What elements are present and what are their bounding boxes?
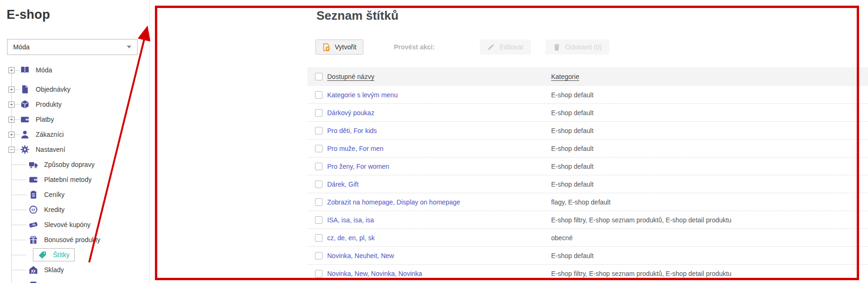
tag-name-link[interactable]: Novinka, Neuheit, New: [327, 252, 551, 259]
tag-name-link[interactable]: Pro děti, For kids: [327, 127, 551, 134]
row-checkbox[interactable]: [315, 145, 323, 152]
column-header-names[interactable]: Dostupné názvy: [327, 73, 374, 80]
sidebar-item-zp-soby-dopravy[interactable]: Způsoby dopravy: [0, 157, 149, 172]
table-row: Dárkový poukazE-shop defaultDARKOVY-POUK…: [307, 104, 868, 122]
tree-expander-icon[interactable]: −: [8, 147, 15, 153]
shop-select-dropdown[interactable]: Móda: [7, 39, 138, 55]
create-button-label: Vytvořit: [335, 43, 356, 51]
tree-expander-icon[interactable]: +: [8, 86, 15, 93]
sidebar-item-m-da[interactable]: +Móda: [0, 62, 149, 78]
row-checkbox[interactable]: [315, 91, 323, 99]
sidebar-item-label: Platební metody: [44, 176, 92, 183]
sidebar-item-cen-ky[interactable]: Ceníky: [0, 187, 149, 202]
row-checkbox[interactable]: [315, 198, 323, 206]
tag-icon: [38, 251, 46, 259]
warehouse-icon: [29, 266, 38, 274]
tree-expander-icon[interactable]: +: [8, 102, 15, 108]
sidebar-item-label: Nastavení: [36, 146, 65, 153]
column-header-category[interactable]: Kategorie: [551, 73, 579, 80]
tag-name-link[interactable]: Novinka, New, Novinka, Novinka: [327, 270, 551, 277]
sidebar-item-label: Produkty: [36, 101, 61, 108]
tag-category: E-shop default: [551, 91, 868, 99]
sidebar-item-objedn-vky[interactable]: +Objednávky: [0, 82, 149, 97]
tag-category: E-shop default: [551, 181, 868, 188]
credits-icon: cr: [29, 205, 38, 214]
sidebar-item-produkty[interactable]: +Produkty: [0, 97, 149, 112]
selected-item-box: Štítky: [33, 248, 75, 261]
sidebar-item--t-tky[interactable]: Štítky: [0, 247, 149, 262]
edit-button[interactable]: Editovat: [480, 39, 531, 55]
tag-name-link[interactable]: Dárkový poukaz: [327, 109, 551, 117]
table-row: Pro ženy, For womenE-shop defaultfor-wom…: [307, 157, 868, 175]
svg-text:cr: cr: [31, 207, 36, 212]
sidebar-item-partial[interactable]: [0, 277, 149, 283]
tag-name-link[interactable]: Dárek, Gift: [327, 181, 551, 188]
tree-expander-icon[interactable]: +: [8, 132, 15, 138]
tag-category: flagy, E-shop default: [551, 198, 868, 206]
delete-button[interactable]: Odstranit (0): [545, 39, 609, 55]
book-icon: [21, 66, 29, 74]
row-checkbox[interactable]: [315, 216, 323, 224]
create-button[interactable]: Vytvořit: [315, 39, 363, 55]
tag-category: E-shop default: [551, 163, 868, 170]
table-row: ISA, isa, isa, isaE-shop filtry, E-shop …: [307, 211, 868, 229]
sidebar-item-label: Slevové kupóny: [44, 221, 91, 228]
sidebar-item-sklady[interactable]: Sklady: [0, 262, 149, 277]
sidebar-item-kredity[interactable]: crKredity: [0, 202, 149, 217]
customers-person-icon: [21, 130, 29, 139]
row-checkbox[interactable]: [315, 270, 323, 277]
sidebar-item-bonusov-produkty[interactable]: Bonusové produkty: [0, 232, 149, 247]
row-checkbox[interactable]: [315, 181, 323, 188]
orders-document-icon: [21, 85, 29, 94]
pricelist-clipboard-icon: [29, 190, 38, 199]
table-row: Pro děti, For kidsE-shop defaultfor-kids: [307, 122, 868, 140]
sidebar-item-label: Sklady: [44, 266, 64, 274]
sidebar-item-label: Štítky: [53, 251, 69, 259]
shop-select-value: Móda: [13, 43, 30, 51]
tag-category: E-shop default: [551, 145, 868, 152]
tree-expander-icon[interactable]: +: [8, 117, 15, 123]
table-row: cz, de, en, pl, skobecnémsr: [307, 229, 868, 247]
navigation-tree: +Móda+Objednávky+Produkty+Platby+Zákazní…: [0, 62, 149, 283]
sidebar-item-label: Zákazníci: [36, 131, 64, 138]
tag-category: E-shop default: [551, 109, 868, 117]
table-body: Kategorie s levým menuE-shop defaultCATE…: [307, 86, 868, 283]
tag-category: E-shop filtry, E-shop seznam produktů, E…: [551, 270, 868, 277]
tree-expander-icon[interactable]: +: [8, 67, 15, 73]
tag-category: E-shop default: [551, 252, 868, 259]
tags-table: Dostupné názvy Kategorie Systémový název…: [307, 67, 868, 283]
table-row: Zobrazit na homepage, Display on homepag…: [307, 193, 868, 211]
row-checkbox[interactable]: [315, 127, 323, 134]
select-all-checkbox[interactable]: [315, 73, 323, 80]
row-checkbox[interactable]: [315, 252, 323, 259]
tag-name-link[interactable]: cz, de, en, pl, sk: [327, 234, 551, 242]
tag-name-link[interactable]: Zobrazit na homepage, Display on homepag…: [327, 198, 551, 206]
row-checkbox[interactable]: [315, 109, 323, 117]
tag-name-link[interactable]: Pro muže, For men: [327, 145, 551, 152]
payment-methods-wallet-icon: [29, 175, 38, 184]
tag-category: E-shop default: [551, 127, 868, 134]
tag-name-link[interactable]: Kategorie s levým menu: [327, 91, 551, 99]
sidebar-item-platby[interactable]: +Platby: [0, 112, 149, 127]
caret-down-icon: [127, 46, 131, 48]
tag-name-link[interactable]: ISA, isa, isa, isa: [327, 216, 551, 224]
table-row: Pro muže, For menE-shop defaultfor-men: [307, 140, 868, 157]
sidebar: E-shop Móda +Móda+Objednávky+Produkty+Pl…: [0, 0, 149, 283]
partial-item-icon: [29, 281, 38, 283]
tags-panel: Seznam štítků ✖ Vytvořit Provést akci: E…: [150, 0, 868, 283]
tag-name-link[interactable]: Pro ženy, For women: [327, 163, 551, 170]
sidebar-item-nastaven-[interactable]: −Nastavení: [0, 142, 149, 157]
row-checkbox[interactable]: [315, 234, 323, 242]
sidebar-item-label: Platby: [36, 116, 54, 123]
products-package-icon: [21, 100, 29, 109]
sidebar-item-slevov-kup-ny[interactable]: -%Slevové kupóny: [0, 217, 149, 232]
row-checkbox[interactable]: [315, 163, 323, 170]
sidebar-item-label: Móda: [36, 66, 52, 74]
delete-button-label: Odstranit (0): [565, 43, 602, 51]
sidebar-item-platebn-metody[interactable]: Platební metody: [0, 172, 149, 187]
sidebar-item-label: Ceníky: [44, 191, 65, 198]
sidebar-item-z-kazn-ci[interactable]: +Zákazníci: [0, 127, 149, 142]
pencil-icon: [487, 43, 495, 51]
settings-gear-icon: [21, 145, 29, 154]
discount-coupon-icon: -%: [29, 220, 38, 229]
